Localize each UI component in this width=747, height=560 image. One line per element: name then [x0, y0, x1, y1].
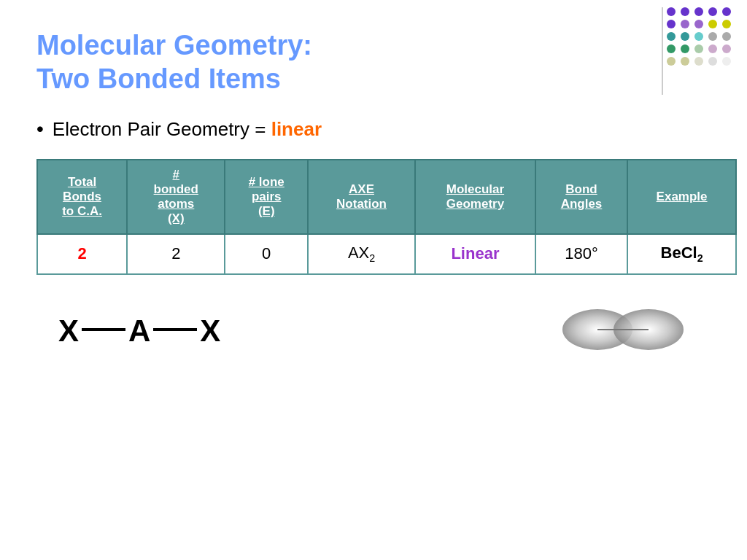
- decoration-dot: [722, 32, 731, 41]
- col-example: Example: [627, 160, 736, 234]
- molecule-shape-svg: [557, 297, 689, 362]
- col-lone-pairs: # lonepairs(E): [225, 160, 308, 234]
- decoration-dot: [681, 20, 689, 28]
- cell-example: BeCl2: [627, 234, 736, 273]
- bond-line-1: [82, 328, 125, 331]
- decoration-dot: [708, 44, 717, 53]
- decoration-dot: [667, 57, 676, 66]
- geometry-table: TotalBondsto C.A. #bondedatoms(X) # lone…: [36, 159, 737, 274]
- linear-diagram: X A X: [58, 314, 220, 349]
- table-header-row: TotalBondsto C.A. #bondedatoms(X) # lone…: [37, 160, 736, 234]
- bullet-value: linear: [271, 118, 322, 140]
- atom-x1: X: [58, 314, 79, 349]
- decoration-dot: [681, 44, 689, 53]
- decoration-dot: [667, 32, 676, 41]
- cell-bonded-atoms: 2: [127, 234, 225, 273]
- bullet-item: • Electron Pair Geometry = linear: [36, 117, 711, 141]
- slide-title: Molecular Geometry: Two Bonded Items: [36, 29, 711, 96]
- cell-mol-geometry: Linear: [415, 234, 535, 273]
- title-line1: Molecular Geometry:: [36, 29, 711, 63]
- decoration-dot: [708, 57, 717, 66]
- decoration-dot: [694, 57, 703, 66]
- decoration-dot: [708, 7, 717, 16]
- decoration-dot: [722, 57, 731, 66]
- decoration-dot: [694, 32, 703, 41]
- title-line2: Two Bonded Items: [36, 63, 711, 96]
- cell-axe: AX2: [308, 234, 415, 273]
- decoration-dot: [708, 20, 717, 28]
- col-bonded-atoms: #bondedatoms(X): [127, 160, 225, 234]
- atom-x2: X: [200, 314, 220, 349]
- decoration-dot: [722, 7, 731, 16]
- table-row: 2 2 0 AX2 Linear 180° BeCl2: [37, 234, 736, 273]
- col-mol-geometry: MolecularGeometry: [415, 160, 535, 234]
- bond-line-2: [153, 328, 197, 331]
- decoration-dot: [681, 57, 689, 66]
- diagram-area: X A X: [36, 297, 711, 365]
- decoration-dot: [667, 20, 676, 28]
- decoration-dot: [722, 44, 731, 53]
- molecule-shape-container: [557, 297, 689, 365]
- col-axe: AXENotation: [308, 160, 415, 234]
- decoration-dot: [681, 32, 689, 41]
- bullet-label: Electron Pair Geometry =: [53, 118, 271, 140]
- col-bond-angles: BondAngles: [535, 160, 627, 234]
- dots-decoration: [667, 7, 740, 95]
- decoration-dot: [694, 44, 703, 53]
- cell-lone-pairs: 0: [225, 234, 308, 273]
- cell-bond-angles: 180°: [535, 234, 627, 273]
- bullet-dot: •: [36, 117, 44, 141]
- decoration-dot: [694, 7, 703, 16]
- col-total-bonds: TotalBondsto C.A.: [37, 160, 127, 234]
- decoration-dot: [667, 44, 676, 53]
- bullet-text: Electron Pair Geometry = linear: [53, 118, 322, 141]
- decoration-dot: [681, 7, 689, 16]
- decoration-dot: [667, 7, 676, 16]
- atom-a: A: [128, 314, 150, 349]
- decoration-dot: [694, 20, 703, 28]
- decoration-dot: [708, 32, 717, 41]
- decoration-dot: [722, 20, 731, 28]
- cell-total-bonds: 2: [37, 234, 127, 273]
- vertical-divider: [662, 7, 663, 95]
